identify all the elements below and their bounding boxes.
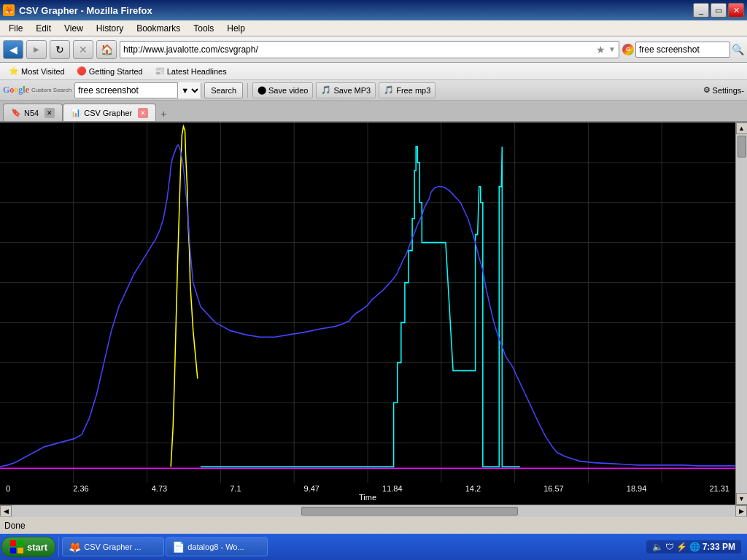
tab-n54-close[interactable]: ✕ <box>44 108 55 118</box>
bookmark-label: Getting Started <box>89 67 143 76</box>
getting-started-icon: 🔴 <box>77 66 87 76</box>
x-axis-labels: 0 2.36 4.73 7.1 9.47 11.84 14.2 16.57 18… <box>0 483 735 493</box>
nav-bar: ◀ ▶ ↻ ✕ 🏠 ★ ▼ G 🔍 <box>0 36 747 63</box>
tab-n54-label: N54 <box>24 109 39 117</box>
headlines-icon: 📰 <box>155 66 165 76</box>
save-mp3-label: Save MP3 <box>333 86 371 95</box>
menu-view[interactable]: View <box>58 22 89 35</box>
tab-csv-grapher[interactable]: 📊 CSV Grapher ✕ <box>63 104 156 121</box>
settings-button[interactable]: ⚙ Settings- <box>703 85 744 95</box>
save-mp3-icon: 🎵 <box>321 85 331 95</box>
custom-search-label: Custom Search <box>31 87 71 93</box>
dropdown-arrow-icon[interactable]: ▼ <box>608 45 616 53</box>
back-button[interactable]: ◀ <box>3 40 23 59</box>
star-icon: ⭐ <box>9 66 19 76</box>
scroll-up-button[interactable]: ▲ <box>736 122 748 134</box>
scroll-right-button[interactable]: ▶ <box>735 505 747 517</box>
bookmark-label: Latest Headlines <box>167 67 227 76</box>
tab-n54[interactable]: 🔖 N54 ✕ <box>3 104 63 121</box>
taskbar-divider <box>58 537 59 557</box>
firefox-taskbar-icon: 🦊 <box>69 541 81 553</box>
stop-button[interactable]: ✕ <box>73 40 93 59</box>
close-button[interactable]: ✕ <box>728 3 744 18</box>
windows-logo-icon <box>9 540 24 554</box>
title-bar: 🦊 CSV Grapher - Mozilla Firefox _ ▭ ✕ <box>0 0 747 20</box>
tray-icon-1: 🔈 <box>652 542 663 552</box>
x-tick-7: 16.57 <box>543 484 564 493</box>
search-btn-label: Search <box>211 86 236 95</box>
bookmark-label: Most Visited <box>21 67 65 76</box>
scroll-down-button[interactable]: ▼ <box>736 493 748 505</box>
status-text: Done <box>4 521 26 531</box>
save-video-label: Save video <box>268 86 308 95</box>
free-mp3-label: Free mp3 <box>396 86 430 95</box>
x-tick-5: 11.84 <box>382 484 403 493</box>
svg-rect-22 <box>18 548 23 553</box>
maximize-button[interactable]: ▭ <box>711 3 727 18</box>
save-video-button[interactable]: ⬤ Save video <box>252 82 313 98</box>
menu-bookmarks[interactable]: Bookmarks <box>131 22 186 35</box>
tab-n54-icon: 🔖 <box>11 108 21 117</box>
menu-help[interactable]: Help <box>221 22 251 35</box>
x-tick-8: 18.94 <box>627 484 647 493</box>
bookmark-star-icon[interactable]: ★ <box>596 44 605 55</box>
free-mp3-icon: 🎵 <box>384 85 394 95</box>
bookmark-most-visited[interactable]: ⭐ Most Visited <box>4 65 69 77</box>
address-bar-container: ★ ▼ <box>120 41 619 58</box>
scroll-left-button[interactable]: ◀ <box>0 505 12 517</box>
toolbar-separator-1 <box>247 83 248 98</box>
google-search-select[interactable]: ▼ <box>177 82 201 98</box>
taskbar-firefox-label: CSV Grapher ... <box>84 542 141 551</box>
scroll-thumb-vertical[interactable] <box>738 136 746 158</box>
gear-icon: ⚙ <box>703 85 711 95</box>
search-area: G 🔍 <box>622 42 744 58</box>
google-search-input[interactable] <box>635 42 730 58</box>
forward-button[interactable]: ▶ <box>26 40 47 59</box>
menu-file[interactable]: File <box>3 22 28 35</box>
bookmark-latest-headlines[interactable]: 📰 Latest Headlines <box>150 65 231 77</box>
tray-icon-4: 🌐 <box>689 542 700 552</box>
tab-bar: 🔖 N54 ✕ 📊 CSV Grapher ✕ + <box>0 101 747 122</box>
x-tick-9: 21.31 <box>709 484 735 493</box>
free-mp3-button[interactable]: 🎵 Free mp3 <box>379 82 436 98</box>
new-tab-button[interactable]: + <box>156 106 171 121</box>
tab-csv-icon: 📊 <box>71 108 81 117</box>
status-bar: Done <box>0 516 747 534</box>
tab-csv-close[interactable]: ✕ <box>138 108 148 118</box>
google-toolbar-input[interactable] <box>75 85 177 96</box>
window-title: CSV Grapher - Mozilla Firefox <box>19 5 152 16</box>
save-mp3-button[interactable]: 🎵 Save MP3 <box>316 82 376 98</box>
google-logo-text: Google <box>3 85 29 96</box>
settings-label: Settings- <box>713 86 744 95</box>
minimize-button[interactable]: _ <box>693 3 709 18</box>
save-video-icon: ⬤ <box>258 85 266 95</box>
x-tick-3: 7.1 <box>230 484 241 493</box>
svg-rect-19 <box>10 540 16 546</box>
google-toolbar: Google Custom Search ▼ Search ⬤ Save vid… <box>0 80 747 101</box>
taskbar-word-label: datalog8 - Wo... <box>187 542 244 551</box>
menu-history[interactable]: History <box>90 22 129 35</box>
google-toolbar-search: ▼ <box>74 82 201 98</box>
taskbar-firefox[interactable]: 🦊 CSV Grapher ... <box>62 537 164 556</box>
refresh-button[interactable]: ↻ <box>50 40 70 59</box>
x-tick-6: 14.2 <box>465 484 481 493</box>
google-search-button[interactable]: Search <box>204 82 243 98</box>
menu-tools[interactable]: Tools <box>187 22 220 35</box>
bottom-scrollbar: ◀ ▶ <box>0 505 747 516</box>
start-button[interactable]: start <box>1 537 55 557</box>
x-axis-label-text: Time <box>359 493 376 502</box>
taskbar-word[interactable]: 📄 datalog8 - Wo... <box>166 537 268 556</box>
scroll-track-horizontal <box>12 505 735 517</box>
address-input[interactable] <box>123 44 596 55</box>
google-search-icon: G <box>622 44 634 55</box>
scroll-thumb-horizontal[interactable] <box>301 507 519 516</box>
menu-bar: File Edit View History Bookmarks Tools H… <box>0 20 747 36</box>
x-tick-1: 2.36 <box>73 484 88 493</box>
clock: 7:33 PM <box>703 542 735 552</box>
home-button[interactable]: 🏠 <box>96 40 117 59</box>
search-go-icon[interactable]: 🔍 <box>732 44 744 55</box>
menu-edit[interactable]: Edit <box>30 22 57 35</box>
tab-csv-label: CSV Grapher <box>84 109 132 117</box>
bookmark-getting-started[interactable]: 🔴 Getting Started <box>72 65 147 77</box>
graph-area: 0 2.36 4.73 7.1 9.47 11.84 14.2 16.57 18… <box>0 122 747 505</box>
